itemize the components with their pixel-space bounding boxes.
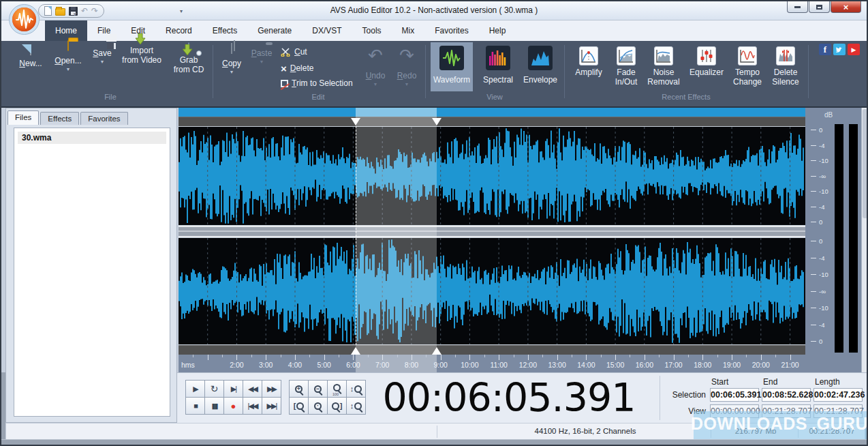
maximize-button[interactable]: [809, 1, 830, 13]
window-title: AVS Audio Editor 10.2 - Non-activated ve…: [1, 5, 867, 15]
waveform-editor[interactable]: hms 2:003:004:005:006:007:008:009:0010:0…: [179, 108, 805, 372]
close-button[interactable]: ×: [831, 1, 861, 13]
chevron-down-icon[interactable]: ▼: [52, 67, 84, 72]
application-window: ▾ ▾ ↶▾ ↷▾ ▾ AVS Audio Editor 10.2 - Non-…: [0, 0, 868, 446]
fast-forward-button[interactable]: ▶▶: [262, 380, 281, 398]
new-button[interactable]: New...: [15, 45, 46, 68]
open-button[interactable]: Open... ▼: [52, 41, 84, 72]
waveform-channel-right[interactable]: [179, 237, 805, 345]
delete-silence-icon: [776, 46, 795, 65]
amplify-button[interactable]: Amplify: [571, 46, 606, 77]
waveform-channel-left[interactable]: [179, 126, 805, 226]
zoom-selection-start-button[interactable]: [: [289, 397, 309, 415]
tick-label: 9:00: [433, 361, 447, 369]
import-from-video-button[interactable]: Import from Video: [119, 42, 165, 65]
zoom-selection-button[interactable]: ·: [308, 397, 328, 415]
db-label: -∞: [811, 288, 834, 295]
group-label-view: View: [486, 93, 503, 101]
tab-mix[interactable]: Mix: [392, 20, 425, 41]
noise-removal-button[interactable]: Noise Removal: [645, 46, 683, 87]
zoom-vertical-in-button[interactable]: ↕: [346, 380, 366, 398]
selection-length-value[interactable]: 00:02:47.236: [813, 388, 863, 402]
zoom-vertical-out-button[interactable]: ↕: [346, 397, 366, 415]
vertical-scrollbar[interactable]: [861, 108, 868, 372]
row-label-selection: Selection: [666, 390, 706, 400]
view-spectral-button[interactable]: Spectral: [477, 42, 519, 91]
tick-minor: [717, 355, 718, 357]
tick-minor: [514, 355, 514, 357]
grab-from-cd-button[interactable]: Grab from CD: [169, 43, 208, 74]
tick-label: 11:00: [490, 361, 508, 369]
ribbon-separator: [564, 45, 565, 98]
scrollbar-thumb[interactable]: [863, 109, 867, 218]
tab-tools[interactable]: Tools: [352, 20, 392, 41]
copy-button[interactable]: Copy ▼: [218, 44, 245, 74]
record-button[interactable]: ●: [223, 397, 243, 415]
tick-major: [674, 355, 675, 360]
tab-files[interactable]: Files: [7, 110, 39, 125]
tab-record[interactable]: Record: [155, 20, 202, 41]
undo-button[interactable]: ↶ Undo ▼: [361, 46, 390, 87]
tab-generate[interactable]: Generate: [247, 20, 302, 41]
selection-end-value[interactable]: 00:08:52.628: [762, 388, 811, 402]
loop-playback-button[interactable]: ↻: [204, 380, 224, 398]
go-to-start-button[interactable]: |◀◀: [243, 397, 262, 415]
view-waveform-button[interactable]: Waveform: [431, 42, 473, 91]
overview-strip[interactable]: [179, 108, 805, 117]
play-to-end-button[interactable]: ▶|: [223, 380, 243, 398]
column-header-start: Start: [711, 377, 728, 387]
tempo-change-button[interactable]: Tempo Change: [730, 46, 764, 87]
youtube-icon[interactable]: ▶: [848, 44, 860, 55]
tab-favorites-panel[interactable]: Favorites: [80, 112, 127, 125]
watermark: DOWNLOADS .GURU: [694, 412, 865, 435]
tick-major: [645, 355, 645, 360]
tab-dxvst[interactable]: DX/VST: [302, 20, 352, 41]
view-envelope-button[interactable]: Envelope: [519, 42, 561, 91]
db-label: -10: [811, 304, 834, 312]
ribbon-separator: [425, 45, 426, 98]
go-to-end-button[interactable]: ▶▶|: [262, 397, 281, 415]
list-item-file[interactable]: 30.wma: [18, 132, 166, 144]
tick-major: [266, 355, 266, 360]
twitter-icon[interactable]: [833, 44, 846, 55]
cut-button[interactable]: Cut: [281, 47, 307, 57]
selection-marker-bar-bottom[interactable]: [179, 345, 805, 355]
delete-silence-button[interactable]: Delete Silence: [769, 46, 803, 87]
tick-minor: [368, 355, 369, 357]
tick-label: 5:00: [317, 361, 330, 369]
zoom-selection-end-button[interactable]: ]: [327, 397, 347, 415]
zoom-in-button[interactable]: +: [289, 380, 309, 398]
maximize-icon: [816, 5, 822, 10]
trim-to-selection-button[interactable]: Trim to Selection: [281, 78, 353, 88]
tick-major: [382, 355, 383, 360]
chevron-down-icon[interactable]: ▼: [88, 59, 117, 64]
selection-start-value[interactable]: 00:06:05.391: [710, 388, 759, 402]
fade-in-out-button[interactable]: Fade In/Out: [610, 46, 642, 87]
avs-logo[interactable]: [8, 3, 40, 35]
rewind-button[interactable]: ◀◀: [243, 380, 262, 398]
tab-favorites[interactable]: Favorites: [424, 20, 478, 41]
stop-button[interactable]: ■: [185, 397, 205, 415]
tab-effects-panel[interactable]: Effects: [40, 112, 79, 125]
zoom-out-button[interactable]: −: [308, 380, 328, 398]
play-button[interactable]: ▶: [185, 380, 205, 398]
zoom-100-button[interactable]: 100: [327, 380, 347, 398]
redo-button[interactable]: ↷ Redo ▼: [392, 46, 421, 87]
pause-button[interactable]: ▮▮: [204, 397, 224, 415]
tab-help[interactable]: Help: [479, 20, 516, 41]
paste-button[interactable]: Paste ▼: [248, 44, 275, 64]
delete-button[interactable]: ×Delete: [281, 63, 313, 74]
minimize-button[interactable]: [787, 1, 808, 13]
facebook-icon[interactable]: f: [819, 44, 831, 55]
chevron-down-icon[interactable]: ▼: [218, 70, 245, 74]
tick-major: [469, 355, 470, 360]
tab-home[interactable]: Home: [45, 20, 87, 41]
tab-effects[interactable]: Effects: [202, 20, 247, 41]
tick-major: [441, 355, 441, 360]
timeline-ruler[interactable]: hms 2:003:004:005:006:007:008:009:0010:0…: [179, 355, 805, 372]
tick-major: [236, 355, 237, 360]
save-button[interactable]: Save ▼: [88, 43, 117, 64]
equalizer-button[interactable]: Equalizer: [685, 46, 728, 77]
current-time-display: 00:06:05.391: [369, 373, 649, 422]
selection-marker-bar-top[interactable]: [179, 117, 805, 126]
